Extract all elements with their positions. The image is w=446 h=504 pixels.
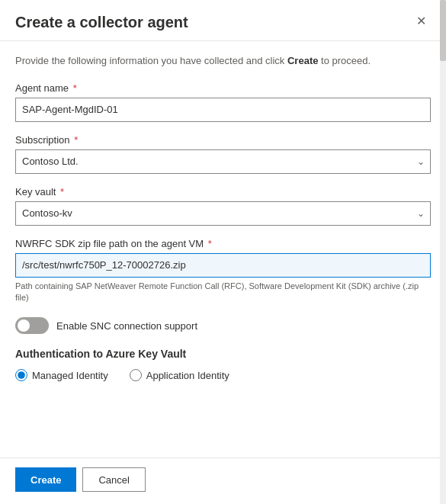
key-vault-select[interactable]: Contoso-kv <box>15 201 431 226</box>
nwrfc-sdk-label: NWRFC SDK zip file path on the agent VM … <box>15 238 431 249</box>
dialog-body: Provide the following information you ha… <box>0 41 446 457</box>
dialog-header: Create a collector agent ✕ <box>0 0 446 41</box>
agent-name-group: Agent name * <box>15 82 431 122</box>
subscription-label: Subscription * <box>15 134 431 146</box>
required-star: * <box>70 82 77 94</box>
required-star-sdk: * <box>205 238 212 249</box>
managed-identity-option[interactable]: Managed Identity <box>15 369 108 381</box>
snc-toggle-row: Enable SNC connection support <box>15 317 431 334</box>
required-star-sub: * <box>72 134 79 146</box>
create-button[interactable]: Create <box>15 467 76 492</box>
dialog-title: Create a collector agent <box>15 14 188 31</box>
toggle-track <box>15 317 49 334</box>
application-identity-radio[interactable] <box>130 369 142 381</box>
cancel-button[interactable]: Cancel <box>82 467 145 492</box>
key-vault-select-wrapper: Contoso-kv ⌄ <box>15 201 431 226</box>
nwrfc-sdk-group: NWRFC SDK zip file path on the agent VM … <box>15 238 431 304</box>
subscription-select[interactable]: Contoso Ltd. <box>15 149 431 174</box>
snc-toggle[interactable] <box>15 317 49 334</box>
dialog-footer: Create Cancel <box>0 457 446 504</box>
agent-name-input[interactable] <box>15 98 431 122</box>
nwrfc-sdk-input[interactable] <box>15 253 431 278</box>
application-identity-label: Application Identity <box>146 370 229 381</box>
toggle-thumb <box>18 319 30 332</box>
key-vault-group: Key vault * Contoso-kv ⌄ <box>15 186 431 226</box>
snc-toggle-label: Enable SNC connection support <box>56 320 197 332</box>
close-button[interactable]: ✕ <box>412 14 431 29</box>
nwrfc-sdk-hint: Path containing SAP NetWeaver Remote Fun… <box>15 281 431 304</box>
managed-identity-radio[interactable] <box>15 369 27 381</box>
subscription-select-wrapper: Contoso Ltd. ⌄ <box>15 149 431 174</box>
key-vault-label: Key vault * <box>15 186 431 197</box>
agent-name-label: Agent name * <box>15 82 431 94</box>
managed-identity-label: Managed Identity <box>32 370 108 381</box>
auth-radio-group: Managed Identity Application Identity <box>15 369 431 381</box>
auth-section-title: Authentication to Azure Key Vault <box>15 348 431 360</box>
application-identity-option[interactable]: Application Identity <box>130 369 229 381</box>
required-star-kv: * <box>57 186 64 197</box>
scrollbar-track[interactable] <box>440 0 446 504</box>
info-text: Provide the following information you ha… <box>15 53 431 69</box>
scrollbar-thumb[interactable] <box>440 0 446 61</box>
subscription-group: Subscription * Contoso Ltd. ⌄ <box>15 134 431 174</box>
create-collector-agent-dialog: Create a collector agent ✕ Provide the f… <box>0 0 446 504</box>
auth-section: Authentication to Azure Key Vault Manage… <box>15 348 431 381</box>
